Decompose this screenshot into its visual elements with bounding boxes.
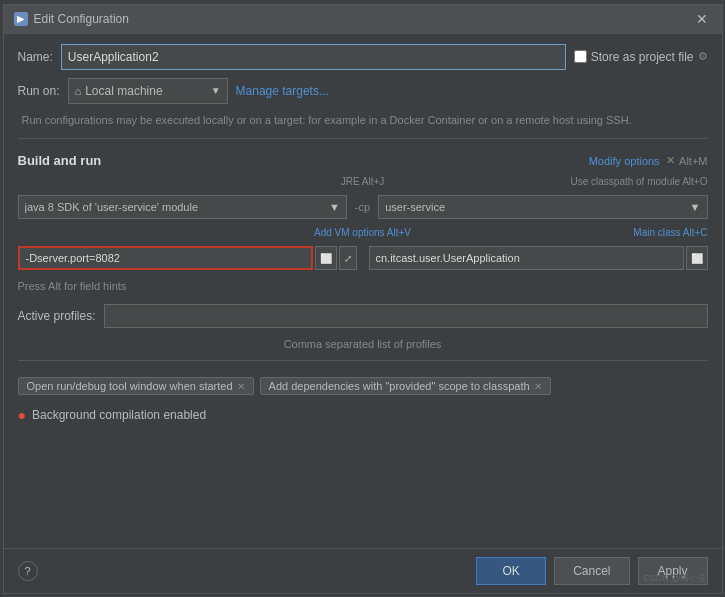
- vm-options-input[interactable]: [18, 246, 313, 270]
- run-on-dropdown[interactable]: ⌂ Local machine ▼: [68, 78, 228, 104]
- jre-center-label: JRE Alt+J: [341, 176, 385, 187]
- titlebar-title: ▶ Edit Configuration: [14, 12, 129, 26]
- active-profiles-row: Active profiles:: [18, 304, 708, 328]
- dropdown-arrow-icon: ▼: [211, 85, 221, 96]
- error-icon: ●: [18, 407, 26, 423]
- modify-options-link[interactable]: Modify options ✕ Alt+M: [589, 154, 708, 167]
- module-dropdown[interactable]: user-service ▼: [378, 195, 707, 219]
- dialog-title: Edit Configuration: [34, 12, 129, 26]
- bg-compile-row: ● Background compilation enabled: [18, 407, 708, 423]
- ok-button[interactable]: OK: [476, 557, 546, 585]
- store-as-project-container: Store as project file ⚙: [574, 50, 708, 64]
- footer-left: ?: [18, 561, 38, 581]
- module-value: user-service: [385, 201, 445, 213]
- module-dropdown-arrow: ▼: [690, 201, 701, 213]
- name-label: Name:: [18, 50, 53, 64]
- run-on-description: Run configurations may be executed local…: [22, 112, 708, 129]
- sdk-dropdown-arrow: ▼: [329, 201, 340, 213]
- dialog-icon: ▶: [14, 12, 28, 26]
- active-profiles-label: Active profiles:: [18, 309, 96, 323]
- vm-resize-button[interactable]: ⤢: [339, 246, 357, 270]
- use-classpath-label: Use classpath of module Alt+O: [388, 176, 707, 187]
- tag-open-run-debug-label: Open run/debug tool window when started: [27, 380, 233, 392]
- tags-row: Open run/debug tool window when started …: [18, 377, 708, 395]
- section-header: Build and run Modify options ✕ Alt+M: [18, 153, 708, 168]
- vm-main-fields-row: ⬜ ⤢ ⬜: [18, 246, 708, 270]
- modify-options-icon: ✕: [666, 154, 675, 167]
- run-on-row: Run on: ⌂ Local machine ▼ Manage targets…: [18, 78, 708, 104]
- profiles-hint: Comma separated list of profiles: [18, 338, 708, 350]
- vm-field-container: ⬜ ⤢: [18, 246, 357, 270]
- manage-targets-link[interactable]: Manage targets...: [236, 84, 329, 98]
- main-class-expand-button[interactable]: ⬜: [686, 246, 708, 270]
- top-labels-row: JRE Alt+J Use classpath of module Alt+O: [18, 176, 708, 187]
- help-button[interactable]: ?: [18, 561, 38, 581]
- titlebar: ▶ Edit Configuration ✕: [4, 5, 722, 34]
- separator-2: [18, 360, 708, 361]
- bg-compile-text: Background compilation enabled: [32, 408, 206, 422]
- section-title: Build and run: [18, 153, 102, 168]
- main-class-container: ⬜: [369, 246, 708, 270]
- watermark: CSDN @稀小亚: [643, 572, 707, 585]
- jre-label: [18, 176, 337, 187]
- settings-icon: ⚙: [698, 50, 708, 63]
- store-as-project-checkbox[interactable]: [574, 50, 587, 63]
- name-input[interactable]: [61, 44, 566, 70]
- store-as-project-label: Store as project file: [591, 50, 694, 64]
- vm-main-labels-row: Add VM options Alt+V Main class Alt+C: [18, 227, 708, 238]
- modify-options-shortcut: Alt+M: [677, 155, 708, 167]
- modify-options-label: Modify options: [589, 155, 660, 167]
- cp-label: -cp: [351, 201, 374, 213]
- sdk-module-row: java 8 SDK of 'user-service' module ▼ -c…: [18, 195, 708, 219]
- add-vm-options-label[interactable]: Add VM options Alt+V: [314, 227, 411, 238]
- tag-open-run-debug-close[interactable]: ✕: [237, 381, 245, 392]
- sdk-dropdown[interactable]: java 8 SDK of 'user-service' module ▼: [18, 195, 347, 219]
- close-button[interactable]: ✕: [692, 11, 712, 27]
- name-row: Name: Store as project file ⚙: [18, 44, 708, 70]
- sdk-value: java 8 SDK of 'user-service' module: [25, 201, 199, 213]
- run-on-value: Local machine: [85, 84, 162, 98]
- main-class-input[interactable]: [369, 246, 684, 270]
- separator-1: [18, 138, 708, 139]
- home-icon: ⌂: [75, 85, 82, 97]
- dialog-content: Name: Store as project file ⚙ Run on: ⌂ …: [4, 34, 722, 548]
- tag-add-dependencies-close[interactable]: ✕: [534, 381, 542, 392]
- edit-configuration-dialog: ▶ Edit Configuration ✕ Name: Store as pr…: [3, 4, 723, 594]
- tag-open-run-debug: Open run/debug tool window when started …: [18, 377, 254, 395]
- tag-add-dependencies-label: Add dependencies with "provided" scope t…: [269, 380, 530, 392]
- run-on-label: Run on:: [18, 84, 60, 98]
- vm-label-spacer: [18, 227, 310, 238]
- vm-expand-button[interactable]: ⬜: [315, 246, 337, 270]
- hint-text: Press Alt for field hints: [18, 280, 708, 292]
- tag-add-dependencies: Add dependencies with "provided" scope t…: [260, 377, 551, 395]
- cancel-button[interactable]: Cancel: [554, 557, 629, 585]
- main-class-label[interactable]: Main class Alt+C: [415, 227, 708, 238]
- footer: ? OK Cancel Apply: [4, 548, 722, 593]
- active-profiles-input[interactable]: [104, 304, 708, 328]
